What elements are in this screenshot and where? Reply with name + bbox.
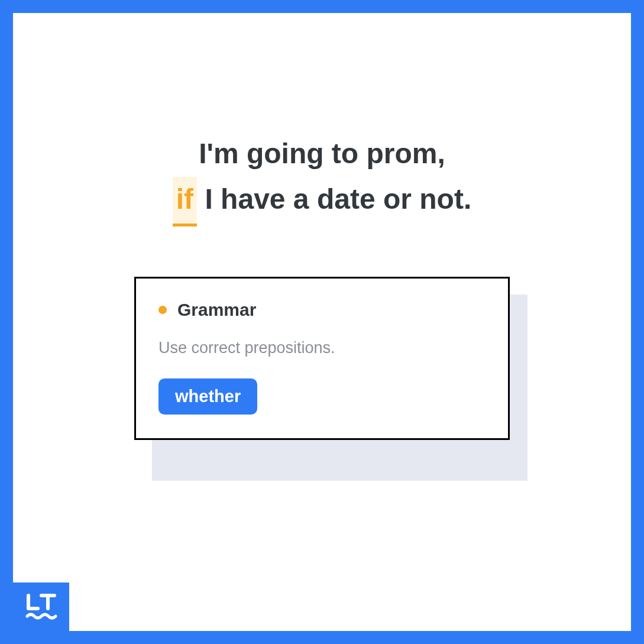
lt-logo-icon: [24, 592, 59, 622]
card-description: Use correct prepositions.: [158, 339, 486, 357]
suggestion-card: Grammar Use correct prepositions. whethe…: [134, 277, 510, 440]
sentence-line-1: I'm going to prom,: [48, 131, 596, 177]
outer-frame: I'm going to prom, if I have a date or n…: [0, 0, 644, 644]
suggestion-wrapper: Grammar Use correct prepositions. whethe…: [134, 277, 510, 440]
suggestion-button[interactable]: whether: [158, 378, 257, 415]
category-dot-icon: [158, 306, 167, 314]
sentence-line-2: if I have a date or not.: [48, 177, 596, 224]
content-area: I'm going to prom, if I have a date or n…: [13, 13, 631, 631]
highlighted-error-word[interactable]: if: [173, 177, 197, 226]
category-name: Grammar: [177, 300, 256, 320]
logo-box: [13, 582, 69, 631]
sentence-line-2-rest: I have a date or not.: [197, 183, 471, 215]
card-header: Grammar: [158, 300, 486, 320]
sentence-block: I'm going to prom, if I have a date or n…: [48, 131, 596, 224]
